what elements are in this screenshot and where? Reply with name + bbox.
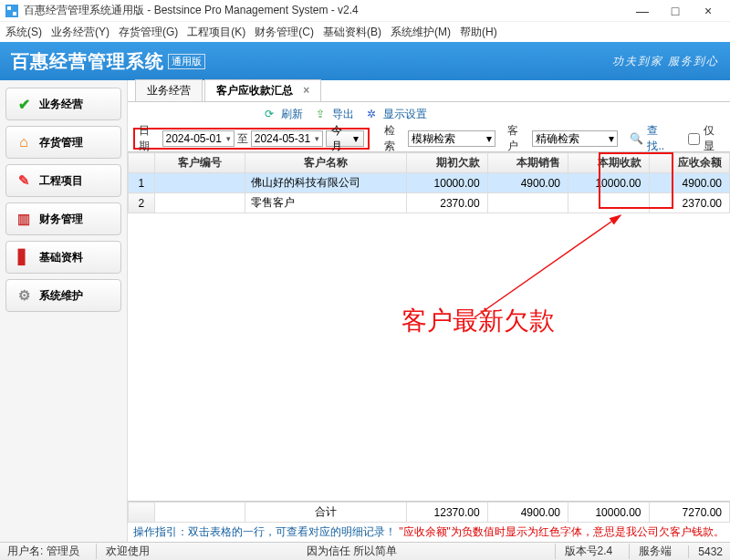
tab-business[interactable]: 业务经营 bbox=[135, 79, 203, 101]
col-code[interactable]: 客户编号 bbox=[154, 153, 245, 173]
chevron-down-icon: ▾ bbox=[609, 132, 614, 145]
sidebar-label: 基础资料 bbox=[39, 250, 83, 265]
tab-receivables-summary[interactable]: 客户应收款汇总 × bbox=[204, 79, 321, 101]
svg-rect-1 bbox=[7, 6, 11, 10]
cell-receipt: 10000.00 bbox=[568, 173, 649, 193]
find-link[interactable]: 查找.. bbox=[647, 123, 673, 154]
tool-icon: ✎ bbox=[16, 172, 32, 189]
date-from-value: 2024-05-01 bbox=[166, 132, 222, 145]
sidebar-label: 财务管理 bbox=[39, 212, 83, 227]
button-label: 导出 bbox=[332, 107, 354, 122]
date-to-input[interactable]: 2024-05-31 ▾ bbox=[251, 130, 323, 147]
refresh-icon: ⟳ bbox=[265, 108, 277, 120]
date-from-input[interactable]: 2024-05-01 ▾ bbox=[162, 130, 235, 147]
status-number: 5432 bbox=[688, 545, 723, 558]
status-user: 用户名: 管理员 bbox=[7, 544, 79, 559]
col-receipt[interactable]: 本期收款 bbox=[568, 153, 649, 173]
customer-mode-select[interactable]: 精确检索 ▾ bbox=[532, 130, 618, 147]
cell-code bbox=[154, 193, 245, 213]
menu-maint[interactable]: 系统维护(M) bbox=[391, 25, 451, 40]
check-icon: ✔ bbox=[16, 96, 32, 112]
app-banner: 百惠经营管理系统 通用版 功夫到家 服务到心 bbox=[0, 42, 730, 80]
date-to-value: 2024-05-31 bbox=[255, 132, 310, 145]
ledger-icon: ▥ bbox=[16, 211, 32, 227]
status-version: 版本号2.4 bbox=[555, 544, 613, 559]
search-label: 检索 bbox=[384, 123, 405, 154]
settings-icon: ✲ bbox=[367, 108, 380, 120]
hint-text: 操作指引：双击表格的一行，可查看对应的明细记录！ bbox=[133, 525, 396, 538]
export-icon: ⇪ bbox=[316, 108, 328, 120]
cell-sales bbox=[487, 193, 568, 213]
col-opening[interactable]: 期初欠款 bbox=[407, 153, 487, 173]
sidebar-item-project[interactable]: ✎ 工程项目 bbox=[5, 164, 121, 197]
toolbar-filters: 日期 2024-05-01 ▾ 至 2024-05-31 ▾ 今月 ▾ 检索 模… bbox=[128, 126, 730, 151]
maximize-button[interactable]: □ bbox=[659, 4, 692, 18]
date-filter-highlight: 日期 2024-05-01 ▾ 至 2024-05-31 ▾ 今月 ▾ bbox=[133, 128, 370, 150]
window-title: 百惠经营管理系统通用版 - Bestsince Pro Management S… bbox=[24, 3, 626, 18]
menu-system[interactable]: 系统(S) bbox=[5, 25, 42, 40]
to-label: 至 bbox=[237, 131, 248, 147]
close-button[interactable]: × bbox=[692, 4, 725, 18]
only-show-checkbox[interactable] bbox=[688, 133, 700, 145]
col-balance[interactable]: 应收余额 bbox=[649, 153, 730, 173]
menu-basedata[interactable]: 基础资料(B) bbox=[323, 25, 381, 40]
display-settings-button[interactable]: ✲ 显示设置 bbox=[367, 107, 427, 122]
banner-slogan: 功夫到家 服务到心 bbox=[612, 54, 719, 69]
table-row[interactable]: 2 零售客户 2370.00 2370.00 bbox=[129, 193, 730, 213]
table-row[interactable]: 1 佛山好的科技有限公司 10000.00 4900.00 10000.00 4… bbox=[129, 173, 730, 193]
menu-business[interactable]: 业务经营(Y) bbox=[51, 25, 110, 40]
totals-row: 合计 12370.00 4900.00 10000.00 7270.00 bbox=[128, 501, 730, 523]
menu-inventory[interactable]: 存货管理(G) bbox=[119, 25, 178, 40]
cell-opening: 2370.00 bbox=[407, 193, 487, 213]
cell-opening: 10000.00 bbox=[407, 173, 487, 193]
cell-name: 佛山好的科技有限公司 bbox=[245, 173, 407, 193]
cell-sales: 4900.00 bbox=[487, 173, 568, 193]
sidebar-item-business[interactable]: ✔ 业务经营 bbox=[5, 88, 121, 120]
customer-label: 客户 bbox=[507, 123, 528, 154]
button-label: 今月 bbox=[331, 123, 351, 154]
sidebar-item-finance[interactable]: ▥ 财务管理 bbox=[5, 202, 121, 235]
sidebar-label: 系统维护 bbox=[39, 288, 83, 304]
search-mode-select[interactable]: 模糊检索 ▾ bbox=[408, 130, 495, 147]
totals-label: 合计 bbox=[245, 503, 407, 523]
select-value: 精确检索 bbox=[536, 131, 579, 147]
cell-balance: 4900.00 bbox=[649, 173, 730, 193]
sidebar-item-basedata[interactable]: ▋ 基础资料 bbox=[5, 241, 121, 274]
cell-receipt bbox=[568, 193, 649, 213]
toolbar-actions: ⟳ 刷新 ⇪ 导出 ✲ 显示设置 bbox=[128, 102, 730, 126]
sidebar-label: 业务经营 bbox=[39, 97, 83, 112]
hint-red-text: "应收余额"为负数值时显示为红色字体，意思是我公司欠客户钱款。 bbox=[399, 525, 725, 538]
close-icon[interactable]: × bbox=[303, 84, 309, 97]
annotation-text: 客户最新欠款 bbox=[402, 304, 555, 338]
chevron-down-icon: ▾ bbox=[486, 132, 492, 145]
hint-bar: 操作指引：双击表格的一行，可查看对应的明细记录！ "应收余额"为负数值时显示为红… bbox=[128, 523, 730, 542]
table-header-row: 客户编号 客户名称 期初欠款 本期销售 本期收款 应收余额 bbox=[129, 153, 730, 173]
only-show-label: 仅显 bbox=[704, 123, 725, 154]
date-label: 日期 bbox=[139, 123, 160, 154]
menu-finance[interactable]: 财务管理(C) bbox=[255, 25, 314, 40]
minimize-button[interactable]: — bbox=[626, 4, 659, 18]
banner-badge: 通用版 bbox=[168, 54, 205, 69]
svg-rect-2 bbox=[13, 12, 16, 16]
menubar: 系统(S) 业务经营(Y) 存货管理(G) 工程项目(K) 财务管理(C) 基础… bbox=[0, 22, 730, 42]
menu-help[interactable]: 帮助(H) bbox=[460, 25, 497, 40]
tab-label: 业务经营 bbox=[147, 84, 191, 97]
banner-title: 百惠经营管理系统 bbox=[11, 49, 164, 74]
button-label: 显示设置 bbox=[383, 107, 427, 122]
chevron-down-icon: ▾ bbox=[353, 132, 359, 145]
sidebar-item-maintenance[interactable]: ⚙ 系统维护 bbox=[5, 279, 121, 312]
this-month-button[interactable]: 今月 ▾ bbox=[326, 130, 364, 147]
search-icon[interactable]: 🔍 bbox=[630, 132, 643, 145]
col-sales[interactable]: 本期销售 bbox=[487, 153, 568, 173]
tab-label: 客户应收款汇总 bbox=[216, 84, 293, 97]
sidebar-item-inventory[interactable]: ⌂ 存货管理 bbox=[5, 126, 121, 159]
select-value: 模糊检索 bbox=[412, 131, 455, 147]
refresh-button[interactable]: ⟳ 刷新 bbox=[265, 107, 303, 122]
house-icon: ⌂ bbox=[16, 134, 32, 150]
window-titlebar: 百惠经营管理系统通用版 - Bestsince Pro Management S… bbox=[0, 0, 730, 22]
menu-project[interactable]: 工程项目(K) bbox=[187, 25, 245, 40]
cell-name: 零售客户 bbox=[245, 193, 407, 213]
export-button[interactable]: ⇪ 导出 bbox=[316, 107, 354, 122]
col-rownum[interactable] bbox=[129, 153, 155, 173]
col-name[interactable]: 客户名称 bbox=[245, 153, 407, 173]
